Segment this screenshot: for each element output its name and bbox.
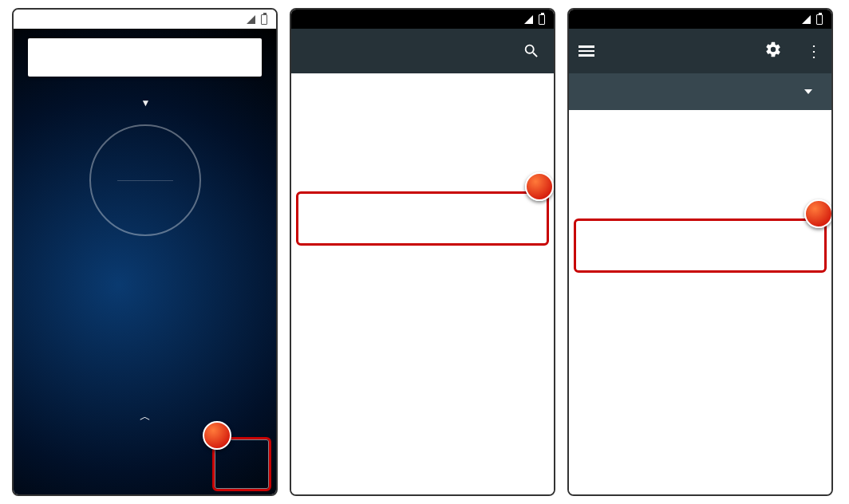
phone-homescreen: ▼ ︿ bbox=[12, 8, 278, 496]
gear-icon[interactable] bbox=[764, 41, 782, 61]
battery-icon bbox=[816, 14, 823, 25]
settings-list bbox=[291, 73, 554, 494]
apps-list bbox=[569, 110, 831, 494]
overflow-icon[interactable]: ⋮ bbox=[806, 41, 822, 61]
app-bar bbox=[291, 29, 554, 73]
highlight-apps bbox=[296, 191, 549, 246]
app-drawer-handle[interactable]: ︿ bbox=[14, 410, 276, 424]
phone-apps: ⋮ bbox=[567, 8, 833, 496]
weather-widget[interactable]: ▼ bbox=[14, 96, 276, 108]
clock-date bbox=[117, 180, 173, 184]
chevron-down-icon bbox=[804, 89, 812, 94]
signal-icon bbox=[247, 15, 255, 24]
highlight-play-market bbox=[574, 219, 827, 273]
battery-icon bbox=[539, 14, 545, 25]
signal-icon bbox=[802, 15, 811, 24]
status-bar bbox=[291, 10, 554, 29]
chevron-down-icon: ▼ bbox=[141, 97, 151, 108]
filter-dropdown[interactable] bbox=[569, 73, 831, 110]
hamburger-icon[interactable] bbox=[579, 43, 594, 59]
callout-3 bbox=[804, 199, 831, 228]
battery-icon bbox=[261, 14, 267, 25]
status-bar bbox=[14, 10, 276, 29]
home-wallpaper: ▼ ︿ bbox=[14, 29, 276, 494]
clock-widget[interactable] bbox=[14, 124, 276, 236]
search-input[interactable] bbox=[28, 38, 262, 77]
search-icon[interactable] bbox=[522, 41, 541, 61]
status-bar bbox=[569, 10, 831, 29]
callout-1 bbox=[203, 421, 231, 450]
phone-settings bbox=[290, 8, 555, 496]
callout-2 bbox=[525, 172, 554, 201]
signal-icon bbox=[524, 15, 533, 24]
highlight-settings bbox=[212, 437, 271, 491]
app-bar: ⋮ bbox=[569, 29, 831, 110]
